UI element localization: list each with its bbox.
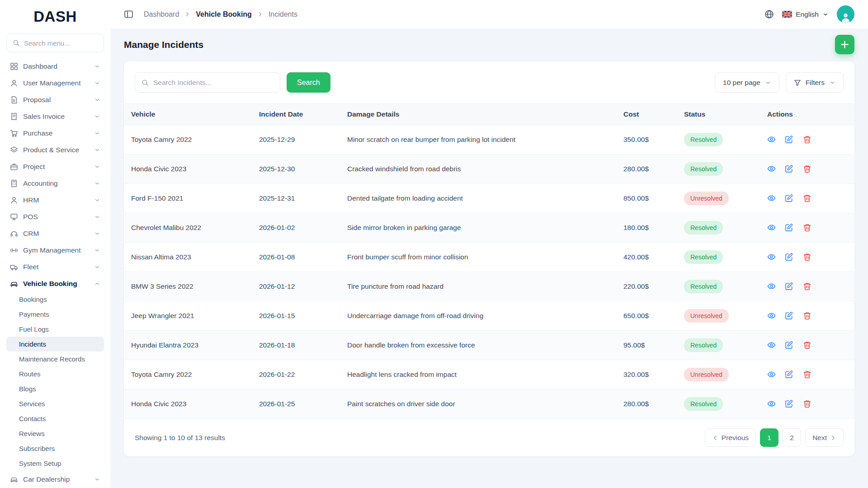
submenu-item[interactable]: Services (6, 396, 104, 411)
delete-button[interactable] (803, 164, 812, 174)
sidebar-item[interactable]: Gym Management (6, 242, 104, 258)
sidebar-search[interactable] (6, 33, 104, 52)
sidebar-item[interactable]: CRM (6, 225, 104, 242)
previous-page-button[interactable]: Previous (705, 428, 756, 447)
edit-button[interactable] (785, 223, 794, 232)
per-page-select[interactable]: 10 per page (715, 72, 779, 93)
submenu-item[interactable]: Blogs (6, 381, 104, 396)
language-selector[interactable]: English (782, 10, 829, 19)
trash-icon (803, 282, 811, 291)
view-button[interactable] (767, 341, 776, 350)
sidebar-item[interactable]: User Management (6, 75, 104, 91)
status-badge: Unresolved (684, 192, 729, 205)
sidebar-item[interactable]: Project (6, 158, 104, 175)
page-number-button[interactable]: 1 (760, 428, 778, 447)
submenu-item-label: Reviews (19, 430, 45, 437)
edit-button[interactable] (785, 135, 794, 144)
submenu-item[interactable]: Reviews (6, 426, 104, 441)
sidebar-item-label: Sales Invoice (23, 113, 89, 121)
submenu-item-label: Bookings (19, 296, 47, 303)
breadcrumb-dashboard[interactable]: Dashboard (144, 10, 179, 19)
chevron-down-icon (94, 264, 100, 270)
pencil-icon (785, 370, 793, 379)
user-avatar[interactable] (837, 5, 854, 23)
sidebar-item[interactable]: Car Dealership (6, 471, 104, 488)
breadcrumb-incidents[interactable]: Incidents (269, 10, 297, 19)
delete-button[interactable] (803, 370, 812, 379)
incident-date-cell: 2026-01-08 (252, 243, 340, 272)
sidebar-item[interactable]: Sales Invoice (6, 108, 104, 125)
view-button[interactable] (767, 253, 776, 262)
edit-button[interactable] (785, 341, 794, 350)
vehicle-cell: Nissan Altima 2023 (124, 243, 252, 272)
view-button[interactable] (767, 311, 776, 320)
edit-button[interactable] (785, 311, 794, 320)
sidebar-item[interactable]: Product & Service (6, 141, 104, 158)
chevron-down-icon (94, 63, 100, 70)
sidebar-item-vehicle-booking[interactable]: Vehicle Booking (6, 275, 104, 292)
submenu-item-label: Services (19, 400, 45, 408)
edit-button[interactable] (785, 164, 794, 174)
delete-button[interactable] (803, 223, 812, 232)
view-button[interactable] (767, 370, 776, 379)
delete-button[interactable] (803, 282, 812, 291)
add-incident-button[interactable] (835, 35, 854, 54)
submenu-item[interactable]: Payments (6, 307, 104, 322)
incidents-table: Vehicle Incident Date Damage Details Cos… (124, 103, 854, 419)
view-button[interactable] (767, 282, 776, 291)
edit-button[interactable] (785, 194, 794, 203)
delete-button[interactable] (803, 311, 812, 320)
delete-button[interactable] (803, 341, 812, 350)
actions-cell (760, 213, 854, 243)
sidebar-item[interactable]: Fleet (6, 258, 104, 275)
sidebar-item[interactable]: Accounting (6, 175, 104, 192)
page-content: Manage Incidents Search (110, 28, 868, 488)
sidebar-item[interactable]: Proposal (6, 91, 104, 108)
edit-button[interactable] (785, 399, 794, 408)
sidebar-search-input[interactable] (24, 39, 98, 47)
incident-search-input[interactable] (153, 79, 274, 87)
delete-button[interactable] (803, 135, 812, 144)
edit-button[interactable] (785, 370, 794, 379)
submenu-item[interactable]: Fuel Logs (6, 322, 104, 337)
car-icon (10, 280, 18, 288)
search-button[interactable]: Search (287, 72, 330, 93)
submenu-item[interactable]: Incidents (6, 337, 104, 352)
submenu-item[interactable]: Contacts (6, 411, 104, 426)
next-page-button[interactable]: Next (805, 428, 844, 447)
submenu-item[interactable]: Subscribers (6, 441, 104, 456)
car-icon (10, 475, 18, 483)
breadcrumb-vehicle-booking[interactable]: Vehicle Booking (196, 10, 252, 19)
incident-search[interactable] (135, 72, 280, 93)
pencil-icon (785, 135, 793, 144)
sidebar-item[interactable]: Purchase (6, 125, 104, 141)
status-badge: Resolved (684, 162, 723, 176)
delete-button[interactable] (803, 253, 812, 262)
delete-button[interactable] (803, 399, 812, 408)
submenu-item[interactable]: Bookings (6, 292, 104, 307)
filters-button[interactable]: Filters (786, 72, 844, 93)
view-button[interactable] (767, 194, 776, 203)
eye-icon (767, 253, 776, 261)
edit-button[interactable] (785, 282, 794, 291)
view-button[interactable] (767, 399, 776, 408)
globe-icon[interactable] (764, 9, 774, 19)
sidebar-item[interactable]: HRM (6, 192, 104, 208)
view-button[interactable] (767, 223, 776, 232)
page-number-button[interactable]: 2 (783, 428, 801, 447)
pencil-icon (785, 399, 793, 408)
chevron-down-icon (94, 247, 100, 253)
sidebar-item[interactable]: Dashboard (6, 58, 104, 75)
chevron-right-icon (184, 11, 190, 17)
status-badge: Resolved (684, 280, 723, 293)
view-button[interactable] (767, 135, 776, 144)
view-button[interactable] (767, 164, 776, 174)
delete-button[interactable] (803, 194, 812, 203)
edit-button[interactable] (785, 253, 794, 262)
sidebar-item-label: Dashboard (23, 62, 89, 70)
submenu-item[interactable]: System Setup (6, 456, 104, 471)
sidebar-item[interactable]: POS (6, 208, 104, 225)
sidebar-toggle-button[interactable] (124, 9, 134, 19)
submenu-item[interactable]: Maintenance Records (6, 352, 104, 366)
submenu-item[interactable]: Routes (6, 366, 104, 381)
